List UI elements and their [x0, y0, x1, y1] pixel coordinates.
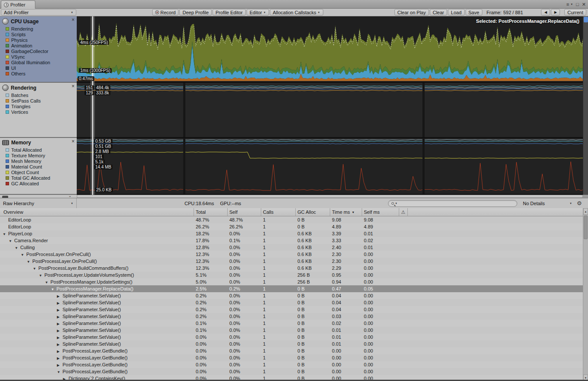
close-module-icon[interactable]: ×	[72, 84, 75, 89]
table-row[interactable]: ▼PostProcessLayer.UpdateVolumeSystem()5.…	[0, 272, 583, 278]
legend-item-total-gc-allocated[interactable]: Total GC Allocated	[6, 175, 77, 181]
load-button[interactable]: Load	[448, 9, 464, 16]
legend-item-ui[interactable]: UI	[6, 65, 77, 71]
charts-horizontal-scrollbar[interactable]	[77, 195, 583, 198]
foldout-expanded-icon[interactable]: ▼	[9, 238, 14, 244]
foldout-collapsed-icon[interactable]: ▶	[57, 348, 63, 354]
foldout-expanded-icon[interactable]: ▼	[39, 272, 44, 278]
charts-vertical-scrollbar[interactable]	[583, 16, 588, 195]
legend-item-garbagecollector[interactable]: GarbageCollector	[6, 48, 77, 54]
table-row[interactable]: ▼PostProcessLayer.OnPreCull()12.3%0.0%10…	[0, 251, 583, 258]
table-vertical-scrollbar[interactable]: ▲ ▼	[583, 208, 588, 381]
table-row[interactable]: ▶SplineParameter.SetValue()0.2%0.0%10 B0…	[0, 313, 583, 320]
legend-item-vsync[interactable]: VSync	[6, 54, 77, 59]
foldout-collapsed-icon[interactable]: ▶	[57, 341, 63, 347]
scrollbar-thumb[interactable]	[584, 215, 588, 239]
previous-frame-button[interactable]: ◀	[541, 9, 550, 16]
table-row[interactable]: ▼PostProcessLayer.GetBundle()0.0%0.0%10 …	[0, 368, 583, 375]
legend-item-animation[interactable]: Animation	[6, 43, 77, 48]
cpu-usage-chart[interactable]: Selected: PostProcessManager.ReplaceData…	[77, 16, 583, 82]
close-icon[interactable]: ✕	[582, 0, 586, 9]
scrollbar-thumb[interactable]	[77, 195, 582, 197]
allocation-callstacks-dropdown[interactable]: Allocation Callstacks ▼	[270, 9, 323, 16]
details-dropdown[interactable]: No Details ▼	[520, 198, 575, 208]
column-header-self[interactable]: Self	[228, 208, 261, 216]
tab-profiler[interactable]: Profiler	[1, 0, 35, 9]
legend-item-rendering[interactable]: Rendering	[6, 26, 77, 31]
table-row[interactable]: ▼PostProcessLayer.OnPreCull()12.3%0.0%10…	[0, 258, 583, 265]
legend-item-total-allocated[interactable]: Total Allocated	[6, 147, 77, 153]
module-scroll-chevron-icon[interactable]: ⌄	[68, 195, 72, 198]
foldout-expanded-icon[interactable]: ▼	[51, 286, 56, 292]
table-row[interactable]: ▶SplineParameter.SetValue()0.2%0.0%10 B0…	[0, 306, 583, 313]
foldout-collapsed-icon[interactable]: ▶	[57, 293, 63, 299]
foldout-collapsed-icon[interactable]: ▶	[57, 334, 63, 340]
legend-item-triangles[interactable]: Triangles	[6, 103, 77, 109]
column-header-warnings[interactable]: ⚠	[399, 208, 408, 216]
table-row[interactable]: ▶PostProcessLayer.GetBundle()0.0%0.0%10 …	[0, 361, 583, 368]
foldout-collapsed-icon[interactable]: ▶	[57, 307, 63, 313]
foldout-expanded-icon[interactable]: ▼	[33, 265, 38, 272]
legend-item-material-count[interactable]: Material Count	[6, 164, 77, 169]
module-partially-visible[interactable]: ⌄	[0, 195, 77, 198]
foldout-collapsed-icon[interactable]: ▶	[57, 314, 63, 320]
table-row[interactable]: ▼PostProcessManager.ReplaceData()2.5%0.2…	[0, 285, 583, 292]
table-row[interactable]: ▶SplineParameter.SetValue()0.2%0.0%10 B0…	[0, 292, 583, 299]
foldout-expanded-icon[interactable]: ▼	[15, 245, 20, 251]
search-box[interactable]: ▼	[388, 200, 517, 207]
table-row[interactable]: EditorLoop26.2%26.2%10 B4.894.89	[0, 223, 583, 230]
foldout-expanded-icon[interactable]: ▼	[57, 369, 63, 375]
column-header-calls[interactable]: Calls	[261, 208, 296, 216]
close-module-icon[interactable]: ×	[72, 139, 75, 144]
module-memory[interactable]: Memory × Total AllocatedTexture MemoryMe…	[0, 138, 77, 194]
foldout-collapsed-icon[interactable]: ▶	[57, 300, 63, 306]
table-row[interactable]: ▶PostProcessLayer.GetBundle()0.0%0.0%10 …	[0, 354, 583, 361]
module-cpu-usage[interactable]: CPU Usage × RenderingScriptsPhysicsAnima…	[0, 16, 77, 82]
table-row[interactable]: ▶SplineParameter.SetValue()0.0%0.0%10 B0…	[0, 340, 583, 347]
table-row[interactable]: ▼Culling12.8%0.0%10.6 KB2.400.01	[0, 244, 583, 251]
editor-dropdown[interactable]: Editor ▼	[247, 9, 269, 16]
memory-chart[interactable]: 0.53 GB0.51 GB2.8 MB1015.1k14.4 MB25.0 K…	[77, 138, 583, 194]
table-row[interactable]: ▼PostProcessManager.UpdateSettings()5.0%…	[0, 278, 583, 285]
tab-menu-icon[interactable]: ≡	[566, 0, 569, 9]
clear-button[interactable]: Clear	[430, 9, 447, 16]
table-row[interactable]: EditorLoop48.7%48.7%10 B9.089.08	[0, 216, 583, 223]
profile-editor-button[interactable]: Profile Editor	[213, 9, 246, 16]
legend-item-scripts[interactable]: Scripts	[6, 31, 77, 37]
search-filter-arrow-icon[interactable]: ▼	[395, 202, 397, 205]
foldout-expanded-icon[interactable]: ▼	[3, 231, 8, 237]
deep-profile-button[interactable]: Deep Profile	[179, 9, 212, 16]
table-row[interactable]: ▶PostProcessLayer.GetBundle()0.0%0.0%10 …	[0, 347, 583, 354]
legend-item-batches[interactable]: Batches	[6, 92, 77, 98]
search-input[interactable]	[398, 200, 514, 206]
column-header-overview[interactable]: Overview	[0, 208, 194, 216]
save-button[interactable]: Save	[466, 9, 482, 16]
legend-item-physics[interactable]: Physics	[6, 37, 77, 43]
foldout-collapsed-icon[interactable]: ▶	[57, 355, 63, 361]
rendering-chart[interactable]: 151484.4k129333.8k	[77, 83, 583, 137]
add-profiler-dropdown[interactable]: Add Profiler ▼	[1, 9, 76, 16]
column-header-time-ms[interactable]: Time ms ▼	[330, 208, 362, 216]
module-rendering[interactable]: Rendering × BatchesSetPass CallsTriangle…	[0, 83, 77, 137]
foldout-expanded-icon[interactable]: ▼	[27, 259, 32, 265]
gear-icon[interactable]: ⚙	[577, 200, 582, 206]
scroll-up-button[interactable]: ▲	[583, 208, 588, 215]
legend-item-gc-allocated[interactable]: GC Allocated	[6, 181, 77, 186]
column-header-self-ms[interactable]: Self ms	[362, 208, 399, 216]
table-row[interactable]: ▼PostProcessLayer.BuildCommandBuffers()1…	[0, 265, 583, 272]
legend-item-setpass-calls[interactable]: SetPass Calls	[6, 98, 77, 103]
next-frame-button[interactable]: ▶	[551, 9, 560, 16]
legend-item-others[interactable]: Others	[6, 71, 77, 76]
table-row[interactable]: ▶SplineParameter.SetValue()0.1%0.0%10 B0…	[0, 327, 583, 334]
maximize-icon[interactable]: □	[576, 0, 579, 9]
table-row[interactable]: ▼Camera.Render17.8%0.1%10.6 KB3.330.02	[0, 237, 583, 244]
foldout-collapsed-icon[interactable]: ▶	[57, 328, 63, 334]
view-mode-dropdown[interactable]: Raw Hierarchy ▼	[0, 198, 77, 208]
column-header-gc-alloc[interactable]: GC Alloc	[296, 208, 330, 216]
foldout-collapsed-icon[interactable]: ▶	[57, 362, 63, 368]
clear-on-play-button[interactable]: Clear on Play	[394, 9, 429, 16]
foldout-expanded-icon[interactable]: ▼	[21, 252, 26, 258]
tab-menu-arrow-icon[interactable]: ▼	[570, 0, 573, 9]
column-header-total[interactable]: Total	[194, 208, 228, 216]
table-row[interactable]: ▶SplineParameter.SetValue()0.1%0.0%10 B0…	[0, 320, 583, 327]
